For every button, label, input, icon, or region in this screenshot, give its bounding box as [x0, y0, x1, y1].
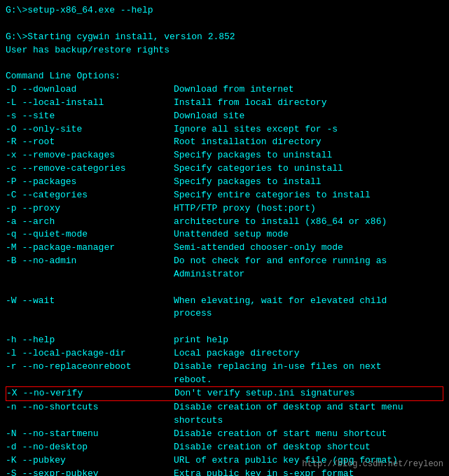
cmd-desc: Specify categories to uninstall	[174, 162, 443, 176]
cmd-flag: -s --site	[6, 110, 174, 123]
blank-line	[6, 57, 443, 70]
cmd-flag: -r --no-replaceonreboot	[6, 360, 174, 374]
terminal-line-cont: reboot.	[6, 374, 443, 387]
cmd-flag: -M --package-manager	[6, 241, 174, 255]
terminal-line: G:\>Starting cygwin install, version 2.8…	[6, 31, 443, 44]
cmd-flag: -D --download	[6, 83, 174, 97]
terminal-line: -r --no-replaceonrebootDisable replacing…	[6, 360, 443, 374]
blank-line	[6, 321, 443, 334]
cmd-desc: Disable creation of start menu shortcut	[174, 428, 443, 441]
terminal-line: -s --siteDownload site	[6, 110, 443, 123]
terminal-line-cont: Administrator	[6, 268, 443, 281]
cmd-flag: -O --only-site	[6, 123, 174, 136]
cmd-flag: -q --quiet-mode	[6, 228, 174, 241]
cmd-desc: HTTP/FTP proxy (host:port)	[174, 202, 443, 216]
cmd-flag: -d --no-desktop	[6, 441, 174, 454]
terminal-line: -l --local-package-dirLocal package dire…	[6, 347, 443, 360]
cmd-desc: Local package directory	[174, 347, 443, 360]
terminal-line: Command Line Options:	[6, 70, 443, 83]
terminal-line: -P --packagesSpecify packages to install	[6, 176, 443, 189]
cmd-desc: Disable replacing in-use files on next	[174, 360, 443, 374]
cmd-desc: Disable creation of desktop shortcut	[174, 441, 443, 454]
cmd-flag: -R --root	[6, 136, 174, 149]
terminal-window: G:\>setup-x86_64.exe --help G:\>Starting…	[0, 0, 449, 476]
cmd-desc-cont: shortcuts	[174, 414, 443, 428]
cmd-flag: -N --no-startmenu	[6, 428, 174, 441]
terminal-line: -a --archarchitecture to install (x86_64…	[6, 216, 443, 229]
cmd-desc-cont: Administrator	[174, 268, 443, 281]
cmd-flag: -C --categories	[6, 189, 174, 202]
cmd-flag-highlighted: -X --no-verify	[6, 387, 174, 400]
cmd-desc: Do not check for and enforce running as	[174, 255, 443, 268]
cmd-flag: -x --remove-packages	[6, 149, 174, 162]
terminal-line-cont: shortcuts	[6, 414, 443, 428]
cmd-desc: Ignore all sites except for -s	[174, 123, 443, 136]
cmd-desc: Specify packages to uninstall	[174, 149, 443, 162]
prompt-text: G:\>setup-x86_64.exe --help	[6, 4, 153, 18]
watermark: http://blog.csdn.net/reyleon	[302, 458, 443, 470]
cmd-desc-cont: process	[174, 307, 443, 321]
cmd-desc: print help	[174, 334, 443, 347]
terminal-line: -p --proxyHTTP/FTP proxy (host:port)	[6, 202, 443, 216]
terminal-line: -d --no-desktopDisable creation of deskt…	[6, 441, 443, 454]
cmd-desc: Root installation directory	[174, 136, 443, 149]
cmd-flag: -B --no-admin	[6, 255, 174, 268]
cmd-flag: -S --sexpr-pubkey	[6, 468, 174, 476]
cmd-flag: -L --local-install	[6, 97, 174, 110]
cmd-desc: Install from local directory	[174, 97, 443, 110]
terminal-line: -N --no-startmenuDisable creation of sta…	[6, 428, 443, 441]
cmd-desc: Download site	[174, 110, 443, 123]
blank-line	[6, 281, 443, 295]
cmd-desc-cont: reboot.	[174, 374, 443, 387]
cmd-flag: -c --remove-categories	[6, 162, 174, 176]
cmd-desc: Specify packages to install	[174, 176, 443, 189]
terminal-line: -L --local-installInstall from local dir…	[6, 97, 443, 110]
cmd-desc-highlighted: Don't verify setup.ini signatures	[174, 387, 443, 400]
terminal-line: -D --downloadDownload from internet	[6, 83, 443, 97]
terminal-line: -W --waitWhen elevating, wait for elevat…	[6, 295, 443, 308]
cmd-flag: -a --arch	[6, 216, 174, 229]
cmd-desc: Download from internet	[174, 83, 443, 97]
cmd-flag: -h --help	[6, 334, 174, 347]
cmd-flag: -P --packages	[6, 176, 174, 189]
terminal-line: -c --remove-categoriesSpecify categories…	[6, 162, 443, 176]
terminal-line: -C --categoriesSpecify entire categories…	[6, 189, 443, 202]
terminal-line: -x --remove-packagesSpecify packages to …	[6, 149, 443, 162]
terminal-line: -O --only-siteIgnore all sites except fo…	[6, 123, 443, 136]
terminal-line: -B --no-adminDo not check for and enforc…	[6, 255, 443, 268]
terminal-line: -q --quiet-modeUnattended setup mode	[6, 228, 443, 241]
cmd-flag: -p --proxy	[6, 202, 174, 216]
prompt-line: G:\>setup-x86_64.exe --help	[6, 4, 443, 18]
terminal-line: -M --package-managerSemi-attended choose…	[6, 241, 443, 255]
cmd-flag: -W --wait	[6, 295, 174, 308]
cmd-desc: When elevating, wait for elevated child	[174, 295, 443, 308]
cmd-desc: architecture to install (x86_64 or x86)	[174, 216, 443, 229]
terminal-line-cont: process	[6, 307, 443, 321]
cmd-desc: Specify entire categories to install	[174, 189, 443, 202]
cmd-desc: Unattended setup mode	[174, 228, 443, 241]
cmd-flag: -l --local-package-dir	[6, 347, 174, 360]
terminal-line: -R --rootRoot installation directory	[6, 136, 443, 149]
terminal-line: User has backup/restore rights	[6, 44, 443, 57]
highlighted-line: -X --no-verifyDon't verify setup.ini sig…	[6, 386, 443, 401]
terminal-line: -h --helpprint help	[6, 334, 443, 347]
blank-line	[6, 18, 443, 31]
terminal-line: -n --no-shortcutsDisable creation of des…	[6, 401, 443, 414]
cmd-desc: Semi-attended chooser-only mode	[174, 241, 443, 255]
cmd-flag: -K --pubkey	[6, 454, 174, 468]
terminal-content: G:\>Starting cygwin install, version 2.8…	[6, 18, 443, 476]
cmd-desc: Disable creation of desktop and start me…	[174, 401, 443, 414]
cmd-flag: -n --no-shortcuts	[6, 401, 174, 414]
